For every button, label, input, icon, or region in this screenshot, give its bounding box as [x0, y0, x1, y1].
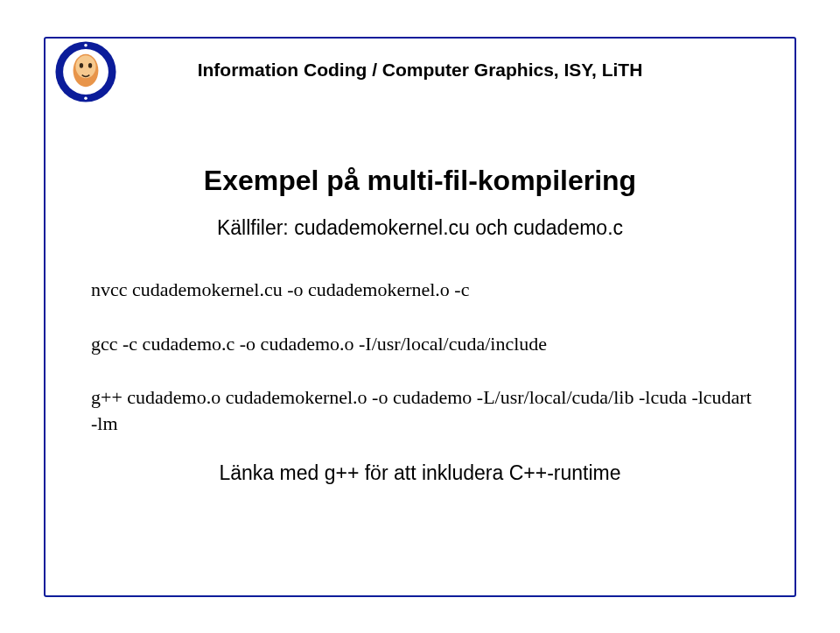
- command-gcc: gcc -c cudademo.c -o cudademo.o -I/usr/l…: [91, 331, 752, 357]
- header-title: Information Coding / Computer Graphics, …: [44, 60, 796, 81]
- slide-heading: Exempel på multi-fil-kompilering: [88, 165, 752, 197]
- slide-page: Information Coding / Computer Graphics, …: [0, 0, 840, 633]
- slide-footnote: Länka med g++ för att inkludera C++-runt…: [88, 461, 752, 485]
- command-nvcc: nvcc cudademokernel.cu -o cudademokernel…: [91, 277, 752, 303]
- svg-point-8: [84, 44, 88, 47]
- slide-content: Exempel på multi-fil-kompilering Källfil…: [88, 165, 752, 485]
- svg-point-9: [84, 96, 88, 100]
- slide-header: Information Coding / Computer Graphics, …: [44, 37, 796, 105]
- slide-subheading: Källfiler: cudademokernel.cu och cudadem…: [88, 216, 752, 240]
- command-gpp: g++ cudademo.o cudademokernel.o -o cudad…: [91, 384, 752, 436]
